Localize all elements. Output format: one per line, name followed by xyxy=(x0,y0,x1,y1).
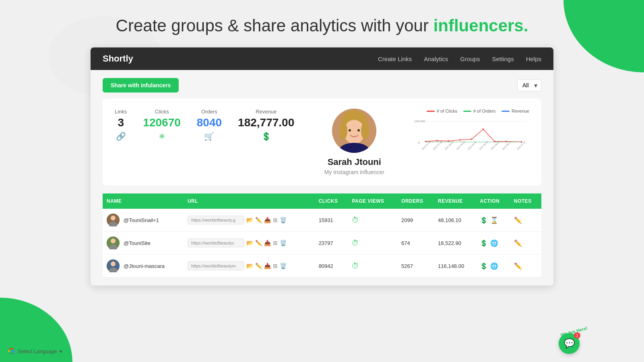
th-pageviews: PAGE VIEWS xyxy=(348,193,397,209)
notes-icon-2[interactable]: ✏️ xyxy=(514,263,522,269)
cell-url-0: https://worldofbeauty.g 📂 ✏️ 📥 ⊞ 🗑️ xyxy=(184,209,315,232)
username-0: @TouniSnail+1 xyxy=(124,217,159,223)
cell-pageviews-2: ⏱ xyxy=(348,255,397,278)
orders-label: Orders xyxy=(201,109,217,115)
download-icon-1[interactable]: 📥 xyxy=(264,240,271,246)
link-icon: 🔗 xyxy=(116,132,126,141)
cell-action-0: 💲 ⌛ xyxy=(476,209,510,232)
svg-point-31 xyxy=(111,216,116,220)
revenue-icon: 💲 xyxy=(261,132,271,141)
edit-icon-1[interactable]: ✏️ xyxy=(255,240,262,246)
svg-point-16 xyxy=(471,138,473,140)
th-revenue: REVENUE xyxy=(434,193,476,209)
edit-icon-0[interactable]: ✏️ xyxy=(255,217,262,223)
table-header-row: NAME URL CLICKS PAGE VIEWS ORDERS REVENU… xyxy=(103,193,541,209)
pageview-icon-2: ⏱ xyxy=(352,262,359,270)
copy-icon-0[interactable]: 📂 xyxy=(246,217,253,223)
download-icon-0[interactable]: 📥 xyxy=(264,217,271,223)
cell-url-2: https://worldofbeautym 📂 ✏️ 📥 ⊞ 🗑️ xyxy=(184,255,315,278)
delete-icon-1[interactable]: 🗑️ xyxy=(280,240,287,246)
qr-icon-2[interactable]: ⊞ xyxy=(273,263,278,269)
nav-analytics[interactable]: Analytics xyxy=(424,56,448,62)
copy-icon-2[interactable]: 📂 xyxy=(246,263,253,269)
url-input-1[interactable]: https://worldofbeautyc xyxy=(188,239,244,247)
th-url: URL xyxy=(184,193,315,209)
th-orders: ORDERS xyxy=(397,193,434,209)
revenue-label: Revenue xyxy=(256,109,277,115)
notes-icon-1[interactable]: ✏️ xyxy=(514,240,522,247)
cell-orders-2: 5267 xyxy=(397,255,434,278)
revenue-action-icon-2[interactable]: 💲 xyxy=(480,262,488,270)
hero-heading-highlight: influencers. xyxy=(433,16,528,35)
delete-icon-2[interactable]: 🗑️ xyxy=(280,263,287,269)
cell-action-2: 💲 🌐 xyxy=(476,255,510,278)
pageview-icon-1: ⏱ xyxy=(352,239,359,247)
cell-url-1: https://worldofbeautyc 📂 ✏️ 📥 ⊞ 🗑️ xyxy=(184,232,315,255)
legend-clicks-line xyxy=(427,111,435,112)
legend-orders: # of Orders xyxy=(463,109,495,113)
chart-action-icon-0[interactable]: ⌛ xyxy=(490,216,498,224)
url-input-2[interactable]: https://worldofbeautym xyxy=(188,261,244,270)
delete-icon-0[interactable]: 🗑️ xyxy=(280,217,287,223)
th-action: ACTION xyxy=(476,193,510,209)
language-selector[interactable]: Select Language ▾ xyxy=(8,348,62,355)
nav-create-links[interactable]: Create Links xyxy=(378,56,412,62)
chart-action-icon-1[interactable]: 🌐 xyxy=(490,239,498,247)
cell-pageviews-0: ⏱ xyxy=(348,209,397,232)
chat-button[interactable]: 💬 1 xyxy=(559,333,580,354)
navbar-nav: Create Links Analytics Groups Settings H… xyxy=(378,56,541,62)
click-icon: ✳ xyxy=(159,132,165,141)
legend-clicks-label: # of Clicks xyxy=(437,109,457,113)
clicks-value: 120670 xyxy=(143,116,180,129)
stat-links: Links 3 🔗 xyxy=(115,109,127,141)
share-influencers-button[interactable]: Share with infulancers xyxy=(103,78,179,93)
svg-point-18 xyxy=(494,141,495,142)
qr-icon-0[interactable]: ⊞ xyxy=(273,217,278,223)
svg-text:2022-08-03: 2022-08-03 xyxy=(456,140,466,150)
cell-notes-2: ✏️ xyxy=(510,255,541,278)
clicks-label: Clicks xyxy=(155,109,169,115)
revenue-value: 182,777.00 xyxy=(238,116,294,129)
navbar-brand: Shortly xyxy=(103,53,133,64)
user-avatar-1 xyxy=(107,237,120,249)
user-avatar-2 xyxy=(107,259,120,272)
chart-area: # of Clicks # of Orders Revenue xyxy=(414,109,529,162)
cell-revenue-2: 116,148.00 xyxy=(434,255,476,278)
cell-action-1: 💲 🌐 xyxy=(476,232,510,255)
svg-point-34 xyxy=(111,239,116,243)
nav-groups[interactable]: Groups xyxy=(460,56,480,62)
nav-settings[interactable]: Settings xyxy=(492,56,514,62)
filter-select[interactable]: All xyxy=(517,79,541,91)
hero-heading: Create groups & share analytics with you… xyxy=(116,16,528,35)
cell-orders-0: 2099 xyxy=(397,209,434,232)
chart-legend: # of Clicks # of Orders Revenue xyxy=(414,109,529,113)
url-input-0[interactable]: https://worldofbeauty.g xyxy=(188,216,244,224)
download-icon-2[interactable]: 📥 xyxy=(264,263,271,269)
qr-icon-1[interactable]: ⊞ xyxy=(273,240,278,246)
revenue-action-icon-0[interactable]: 💲 xyxy=(480,216,488,224)
nav-helps[interactable]: Helps xyxy=(526,56,541,62)
svg-point-13 xyxy=(437,140,438,142)
chart-action-icon-2[interactable]: 🌐 xyxy=(490,262,498,270)
edit-icon-2[interactable]: ✏️ xyxy=(255,263,262,269)
svg-text:0: 0 xyxy=(418,141,420,144)
cell-orders-1: 674 xyxy=(397,232,434,255)
svg-point-19 xyxy=(506,141,507,142)
revenue-action-icon-1[interactable]: 💲 xyxy=(480,239,488,247)
legend-revenue-line xyxy=(502,111,510,112)
copy-icon-1[interactable]: 📂 xyxy=(246,240,253,246)
svg-point-7 xyxy=(357,129,360,132)
table-row: @TouniSite https://worldofbeautyc 📂 ✏️ 📥… xyxy=(103,232,541,255)
svg-point-17 xyxy=(483,128,484,130)
svg-point-6 xyxy=(349,129,351,132)
chart-svg: 100,000 0 xyxy=(414,117,529,162)
user-avatar-0 xyxy=(107,214,120,226)
links-value: 3 xyxy=(118,116,124,129)
stat-clicks: Clicks 120670 ✳ xyxy=(143,109,180,141)
svg-point-4 xyxy=(361,122,369,140)
profile-name: Sarah Jtouni xyxy=(328,157,381,167)
avatar xyxy=(332,109,376,153)
notes-icon-0[interactable]: ✏️ xyxy=(514,217,522,224)
svg-point-37 xyxy=(111,261,116,266)
stats-left: Links 3 🔗 Clicks 120670 ✳ Orders 8040 🛒 xyxy=(115,109,294,141)
